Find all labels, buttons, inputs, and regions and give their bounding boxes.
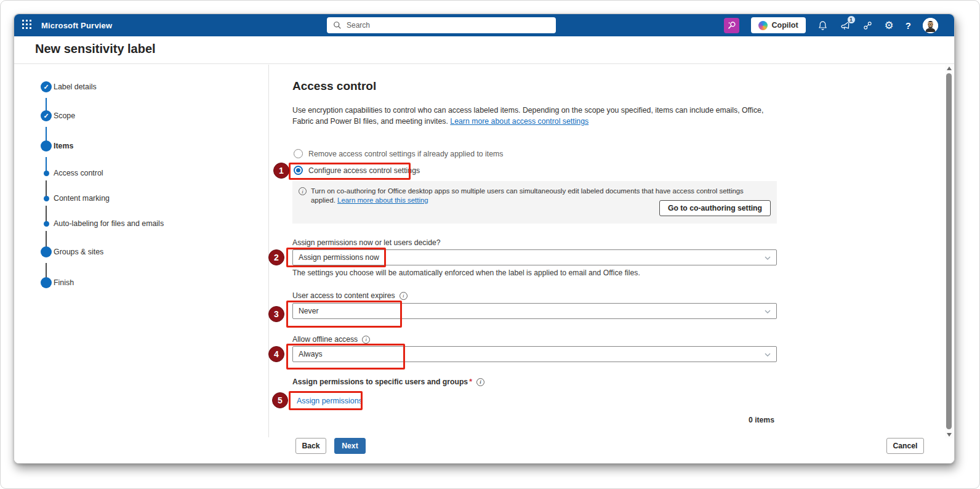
goto-coauthoring-button[interactable]: Go to co-authoring setting (659, 200, 771, 216)
security-copilot-icon (726, 20, 736, 30)
step-label: Items (54, 142, 73, 150)
annotation-badge-4: 4 (268, 346, 284, 362)
assign-permissions-link[interactable]: Assign permissions (297, 397, 363, 405)
field-label: User access to content expires (292, 291, 395, 300)
wizard-nav: ✓ Label details ✓ Scope Items Access con… (14, 65, 269, 438)
info-icon[interactable]: i (400, 292, 408, 300)
feedback-button[interactable] (862, 20, 873, 31)
whats-new-button[interactable]: 1 (840, 20, 851, 31)
radio-remove-access-control[interactable]: Remove access control settings if alread… (294, 149, 503, 158)
assign-question-helper: The settings you choose will be automati… (292, 269, 640, 277)
scroll-up-arrow[interactable] (947, 67, 952, 70)
cancel-button[interactable]: Cancel (886, 438, 924, 454)
step-sub-dot-icon (44, 221, 49, 227)
step-label: Finish (54, 278, 74, 287)
assign-permissions-dropdown[interactable]: Assign permissions now (292, 249, 777, 265)
whats-new-badge: 1 (847, 15, 856, 24)
step-current-dot-icon (41, 140, 52, 152)
expires-label-row: User access to content expires i (292, 291, 408, 300)
offline-dropdown[interactable]: Always (292, 346, 777, 362)
help-icon: ? (906, 20, 911, 31)
learn-more-setting-link[interactable]: Learn more about this setting (337, 196, 428, 204)
section-description: Use encryption capabilities to control w… (292, 105, 780, 127)
items-count: 0 items (292, 416, 777, 424)
page-title: New sensitivity label (35, 42, 156, 56)
avatar-image (923, 18, 938, 33)
section-heading: Access control (292, 79, 376, 93)
step-label: Label details (54, 83, 97, 91)
copilot-logo-icon (758, 21, 768, 30)
security-copilot-button[interactable] (724, 18, 739, 33)
expires-dropdown[interactable]: Never (292, 303, 777, 319)
radio-label: Remove access control settings if alread… (308, 150, 503, 158)
step-complete-check-icon: ✓ (41, 81, 52, 92)
annotation-badge-1: 1 (273, 163, 289, 179)
feedback-icon (862, 20, 873, 31)
step-label: Groups & sites (54, 248, 103, 256)
chevron-down-icon (764, 255, 771, 261)
help-button[interactable]: ? (906, 20, 911, 31)
step-dot-icon (41, 246, 52, 257)
assign-section-label-row: Assign permissions to specific users and… (292, 378, 484, 386)
step-label: Content marking (54, 194, 110, 203)
radio-label: Configure access control settings (308, 166, 420, 175)
bell-icon (817, 20, 828, 31)
annotation-badge-5: 5 (272, 392, 288, 408)
dropdown-value: Always (299, 350, 323, 358)
coauthoring-info-banner: i Turn on co-authoring for Office deskto… (292, 181, 777, 224)
step-complete-check-icon: ✓ (41, 110, 52, 121)
global-search[interactable] (327, 17, 556, 33)
scrollbar-thumb[interactable] (946, 73, 952, 429)
annotation-badge-2: 2 (268, 249, 284, 265)
notifications-button[interactable] (817, 20, 828, 31)
page-title-bar: New sensitivity label (14, 36, 954, 64)
radio-configure-access-control[interactable]: Configure access control settings (294, 166, 420, 175)
search-icon (333, 21, 342, 30)
wizard-footer: Back Next Cancel (14, 437, 954, 463)
copilot-button[interactable]: Copilot (751, 17, 806, 33)
screenshot-frame: Microsoft Purview Copilot (0, 0, 980, 489)
field-label: Assign permissions now or let users deci… (292, 238, 440, 247)
annotation-badge-3: 3 (268, 306, 284, 322)
dropdown-value: Never (299, 307, 319, 315)
info-icon: i (299, 187, 307, 195)
info-icon[interactable]: i (476, 378, 484, 386)
step-label: Auto-labeling for files and emails (54, 219, 164, 228)
radio-checked-icon[interactable] (294, 166, 303, 175)
offline-label-row: Allow offline access i (292, 335, 370, 344)
field-label: Allow offline access (292, 335, 358, 344)
dropdown-value: Assign permissions now (299, 253, 379, 262)
app-title: Microsoft Purview (41, 21, 112, 30)
step-sub-dot-icon (44, 171, 49, 176)
purview-window: Microsoft Purview Copilot (14, 14, 955, 464)
next-button[interactable]: Next (334, 438, 366, 454)
user-avatar[interactable] (923, 18, 938, 33)
app-header: Microsoft Purview Copilot (14, 14, 954, 36)
copilot-label: Copilot (772, 21, 798, 30)
step-label: Access control (54, 169, 103, 177)
radio-unchecked-icon[interactable] (294, 149, 303, 158)
info-icon[interactable]: i (362, 336, 370, 344)
step-dot-icon (41, 277, 52, 288)
search-input[interactable] (347, 21, 531, 30)
assign-section-label: Assign permissions to specific users and… (292, 378, 468, 386)
chevron-down-icon (764, 352, 771, 358)
learn-more-access-control-link[interactable]: Learn more about access control settings (450, 117, 588, 126)
app-launcher-icon[interactable] (22, 20, 33, 31)
assign-question-label-row: Assign permissions now or let users deci… (292, 238, 440, 247)
back-button[interactable]: Back (295, 438, 326, 454)
header-icons: Copilot 1 (724, 14, 938, 36)
settings-button[interactable]: ⚙ (885, 20, 894, 31)
step-sub-dot-icon (44, 196, 49, 201)
field-label: Assign permissions to specific users and… (292, 378, 472, 386)
scroll-down-arrow[interactable] (947, 433, 952, 437)
step-label: Scope (54, 111, 75, 120)
chevron-down-icon (764, 309, 771, 315)
required-asterisk: * (469, 378, 472, 386)
vertical-scrollbar[interactable] (945, 65, 954, 438)
gear-icon: ⚙ (885, 20, 894, 31)
